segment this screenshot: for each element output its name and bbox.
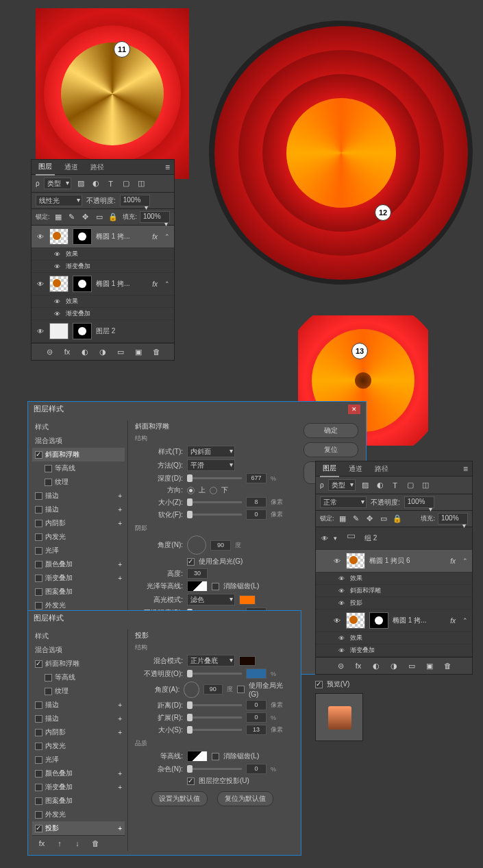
fx-manage-icon[interactable]: fx [36,838,47,849]
visibility-icon[interactable]: 👁 [332,557,342,565]
style-grad[interactable]: 渐变叠加+ [32,571,125,585]
lock-artboard-icon[interactable]: ▭ [378,514,389,525]
cancel-button[interactable]: 复位 [304,442,358,457]
style-styles[interactable]: 样式 [32,420,125,434]
style-texture[interactable]: 纹理 [32,475,125,489]
layer-group-row[interactable]: 👁 ▾ ▭ 组 2 [316,527,472,550]
depth-value[interactable]: 677 [246,473,267,483]
style-blend[interactable]: 混合选项 [32,434,125,448]
lock-move-icon[interactable]: ✥ [364,514,375,525]
link-icon[interactable]: ⊝ [335,660,346,671]
expand-icon[interactable]: ⌃ [164,233,170,240]
noise-slider[interactable] [187,768,242,770]
size-value[interactable]: 8 [246,497,267,507]
filter-adjust-icon[interactable]: ◐ [90,178,101,189]
anti-alias-check[interactable] [212,583,219,590]
highlight-mode-select[interactable]: 滤色 [187,594,235,605]
trash-icon[interactable]: 🗑 [151,346,162,357]
style-drop[interactable]: 投影+ [32,821,125,835]
tab-paths[interactable]: 路径 [372,461,391,477]
filter-shape-icon[interactable]: ▢ [121,178,132,189]
knockout-check[interactable] [187,777,195,785]
adjustment-icon[interactable]: ◑ [388,660,399,671]
lock-pixels-icon[interactable]: ▦ [337,514,348,525]
style-texture[interactable]: 纹理 [32,684,125,698]
fx-icon[interactable]: fx [353,660,364,671]
tab-paths[interactable]: 路径 [88,160,107,175]
link-icon[interactable]: ⊝ [44,346,55,357]
dir-down-radio[interactable] [210,487,217,494]
global-light-check[interactable] [187,558,195,566]
opacity-select[interactable]: 100% [404,496,434,508]
filter-smart-icon[interactable]: ◫ [420,480,431,491]
style-stroke[interactable]: 描边+ [32,698,125,712]
preview-check[interactable] [315,681,323,688]
shadow-blend-select[interactable]: 正片叠底 [187,655,235,666]
blend-mode-select[interactable]: 正常 [320,496,367,508]
size-slider[interactable] [187,501,242,503]
bevel-style-select[interactable]: 内斜面 [187,446,235,457]
layer-row-1[interactable]: 👁 椭圆 1 拷贝 6 fx⌃ [316,550,472,572]
fx-bevel-row[interactable]: 👁斜面和浮雕 [316,585,472,597]
angle-dial[interactable] [187,535,206,555]
lock-brush-icon[interactable]: ✎ [66,212,77,223]
layer-row-1[interactable]: 👁 椭圆 1 拷... fx ⌃ [32,226,174,248]
visibility-icon[interactable]: 👁 [320,535,330,542]
fx-badge[interactable]: fx [152,280,158,288]
style-styles[interactable]: 样式 [32,629,125,643]
layer-name[interactable]: 椭圆 1 拷... [96,232,148,241]
mask-icon[interactable]: ◐ [371,660,382,671]
lock-pixels-icon[interactable]: ▦ [53,212,64,223]
style-contour[interactable]: 等高线 [32,671,125,684]
filter-type-select[interactable]: 类型 [44,178,71,189]
filter-text-icon[interactable]: T [106,178,116,189]
gloss-contour[interactable] [187,581,208,592]
layer-row-3[interactable]: 👁 图层 2 [32,320,174,343]
folder-icon[interactable]: ▭ [115,346,126,357]
highlight-color[interactable] [239,595,256,605]
trash-icon[interactable]: 🗑 [442,660,453,671]
tab-channels[interactable]: 通道 [62,160,81,175]
style-bevel[interactable]: 斜面和浮雕 [32,448,125,461]
group-toggle-icon[interactable]: ▾ [334,535,337,542]
style-stroke2[interactable]: 描边+ [32,503,125,516]
anti-alias-check[interactable] [212,753,219,760]
style-pattern[interactable]: 图案叠加 [32,585,125,599]
visibility-icon[interactable]: 👁 [36,328,45,335]
new-layer-icon[interactable]: ▣ [133,346,144,357]
shadow-opacity-slider[interactable] [187,673,242,675]
shadow-size-slider[interactable] [187,729,242,731]
fx-badge[interactable]: fx [152,233,158,241]
filter-smart-icon[interactable]: ◫ [136,178,147,189]
fx-gradient-row[interactable]: 👁渐变叠加 [32,308,174,320]
style-grad[interactable]: 渐变叠加+ [32,780,125,794]
style-contour[interactable]: 等高线 [32,461,125,475]
distance-slider[interactable] [187,704,242,706]
adjustment-icon[interactable]: ◑ [97,346,108,357]
filter-text-icon[interactable]: T [390,480,401,491]
style-inshadow[interactable]: 内阴影+ [32,516,125,530]
style-blend[interactable]: 混合选项 [32,643,125,657]
fx-effects-row[interactable]: 👁效果 [32,296,174,308]
spread-slider[interactable] [187,716,242,719]
lock-move-icon[interactable]: ✥ [80,212,91,223]
style-satin[interactable]: 光泽 [32,753,125,767]
visibility-icon[interactable]: 👁 [332,617,342,625]
style-inglow[interactable]: 内发光 [32,530,125,544]
style-inshadow[interactable]: 内阴影+ [32,725,125,739]
style-outglow[interactable]: 外发光 [32,808,125,821]
close-icon[interactable]: ✕ [348,405,360,414]
expand-icon[interactable]: ⌃ [164,280,170,287]
tab-layers[interactable]: 图层 [320,461,339,477]
depth-slider[interactable] [187,477,242,479]
fill-select[interactable]: 100% [140,211,170,223]
style-inglow[interactable]: 内发光 [32,739,125,753]
soften-value[interactable]: 0 [246,509,267,520]
layer-name[interactable]: 椭圆 1 拷... [96,279,148,289]
fx-effects-row[interactable]: 👁效果 [32,248,174,261]
layer-name[interactable]: 图层 2 [96,326,170,336]
filter-image-icon[interactable]: ▨ [75,178,86,189]
shadow-color[interactable] [239,656,256,666]
style-satin[interactable]: 光泽 [32,544,125,557]
tab-layers[interactable]: 图层 [36,159,55,176]
